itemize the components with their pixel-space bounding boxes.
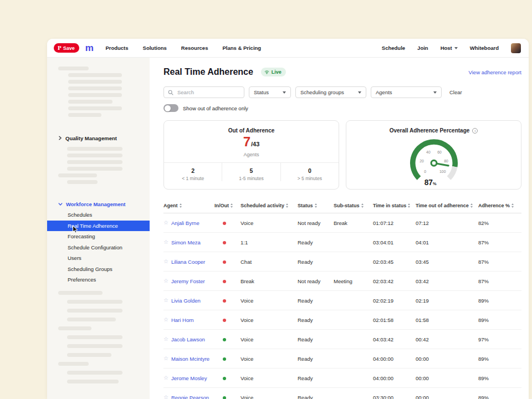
sidebar-item-schedules[interactable]: Schedules [47,209,150,221]
nav-host[interactable]: Host [441,45,458,51]
sort-icon [361,203,364,208]
skeleton-bar [67,300,122,304]
sidebar-section-quality-management[interactable]: Quality Management [47,132,150,144]
cell-time-out-of-adherence: 00:00 [416,375,478,381]
column-label: Agent [163,203,178,208]
skeleton-bar [58,362,89,366]
favorite-star-icon[interactable]: ☆ [163,317,168,323]
sidebar-section-workforce-management[interactable]: Workforce Management [47,198,150,209]
nav-solutions[interactable]: Solutions [143,45,167,51]
view-adherence-report-link[interactable]: View adherence report [469,69,521,75]
table-row: ☆Hari HornVoiceReady02:01:5801:5889% [163,310,521,330]
out-of-adherence-toggle[interactable] [163,104,178,112]
search-input[interactable] [176,89,240,96]
cell-adherence: 87% [478,259,521,265]
toggle-knob [165,105,171,111]
favorite-star-icon[interactable]: ☆ [163,356,168,361]
cell-inout [214,259,241,265]
nav-join[interactable]: Join [417,45,428,51]
chevron-down-icon [58,202,63,206]
sidebar: Quality Management Workforce Management … [47,58,150,399]
column-header-in-out[interactable]: In/Out [214,203,241,208]
info-icon[interactable] [472,128,478,134]
favorite-star-icon[interactable]: ☆ [163,259,168,264]
favorite-star-icon[interactable]: ☆ [163,336,168,342]
cell-status: Ready [298,336,334,342]
favorite-star-icon[interactable]: ☆ [163,375,168,381]
cell-time-in-status: 02:03:45 [373,259,416,265]
nav-resources[interactable]: Resources [181,45,208,51]
out-of-adherence-count-row: 7/43 [164,135,339,151]
agent-name-link[interactable]: Livia Golden [171,298,201,304]
column-header-adherence[interactable]: Adherence % [478,203,521,208]
adherence-gauge: 02040608010087% [387,134,481,188]
agent-name-link[interactable]: Hari Horn [171,317,194,323]
agent-name-link[interactable]: Maison Mcintyre [171,356,209,362]
nav-products[interactable]: Products [105,45,128,51]
cell-time-out-of-adherence: 03:45 [416,259,478,265]
nav-whiteboard[interactable]: Whiteboard [470,45,499,51]
column-header-status[interactable]: Status [298,203,334,208]
sidebar-item-schedule-configuration[interactable]: Schedule Configuration [47,242,150,253]
pinterest-save-label: Save [63,45,75,51]
favorite-star-icon[interactable]: ☆ [163,220,168,226]
chevron-down-icon [283,91,286,94]
sidebar-item-real-time-adherence[interactable]: Real Time Adherence [47,221,150,232]
cell-status: Ready [298,375,334,381]
skeleton-bar [67,160,122,164]
agent-name-link[interactable]: Reggie Pearson [171,395,209,399]
sidebar-item-label: Users [68,255,81,261]
clear-filters-button[interactable]: Clear [449,89,462,95]
skeleton-bar [67,344,122,348]
column-header-time-out-of-adherence[interactable]: Time out of adherence [416,203,478,208]
inout-status-dot [223,222,226,225]
agents-dropdown[interactable]: Agents [371,86,442,98]
sidebar-item-users[interactable]: Users [47,253,150,264]
favorite-star-icon[interactable]: ☆ [163,298,168,303]
pinterest-save-button[interactable]: P Save [54,43,79,53]
agent-name-link[interactable]: Simon Meza [171,239,201,245]
agent-name-link[interactable]: Anjali Byrne [171,220,200,226]
cell-activity: Voice [241,317,298,323]
cell-inout [214,375,241,381]
scheduling-groups-dropdown[interactable]: Scheduling groups [295,86,366,98]
sort-icon [470,203,473,208]
favorite-star-icon[interactable]: ☆ [163,278,168,284]
skeleton-bar [67,309,122,313]
chevron-down-icon [433,91,437,94]
live-badge-label: Live [272,69,282,75]
out-of-adherence-total: /43 [251,141,259,147]
cell-time-out-of-adherence: 04:01 [416,239,478,245]
nav-schedule[interactable]: Schedule [382,45,405,51]
skeleton-bar [68,80,122,84]
favorite-star-icon[interactable]: ☆ [163,239,168,245]
bucket-1-5-minutes: 5 1-5 minutes [222,163,280,181]
inout-status-dot [223,241,226,244]
avatar[interactable] [511,43,521,53]
agent-name-link[interactable]: Jerome Mosley [171,375,207,381]
cell-time-in-status: 04:00:00 [373,375,416,381]
search-box[interactable] [163,86,244,98]
sidebar-section-label: Workforce Management [66,201,126,207]
miro-logo[interactable]: m [85,43,94,53]
column-header-scheduled-activity[interactable]: Scheduled activity [241,203,298,208]
table-row: ☆Jacob LawsonVoiceReady04:03:4200:4297% [163,330,521,349]
favorite-star-icon[interactable]: ☆ [163,395,168,399]
table-row: ☆Anjali ByrneVoiceNot readyBreak01:07:12… [163,213,521,233]
column-header-sub-status[interactable]: Sub-status [334,203,373,208]
sidebar-item-preferences[interactable]: Preferences [47,274,150,285]
sidebar-section-label: Quality Management [65,135,117,141]
column-header-time-in-status[interactable]: Time in status [373,203,416,208]
sidebar-item-label: Schedules [68,212,92,218]
agent-name-link[interactable]: Jeremy Foster [171,278,205,284]
nav-plans-pricing[interactable]: Plans & Pricing [222,45,261,51]
column-header-agent[interactable]: Agent [163,203,214,208]
status-dropdown[interactable]: Status [249,86,291,98]
column-label: Status [298,203,313,208]
skeleton-group-mid [47,147,150,184]
agent-name-link[interactable]: Liliana Cooper [171,259,205,265]
skeleton-bar [67,371,122,375]
sidebar-item-scheduling-groups[interactable]: Scheduling Groups [47,264,150,275]
sidebar-item-forecasting[interactable]: Forecasting [47,231,150,242]
agent-name-link[interactable]: Jacob Lawson [171,336,205,342]
